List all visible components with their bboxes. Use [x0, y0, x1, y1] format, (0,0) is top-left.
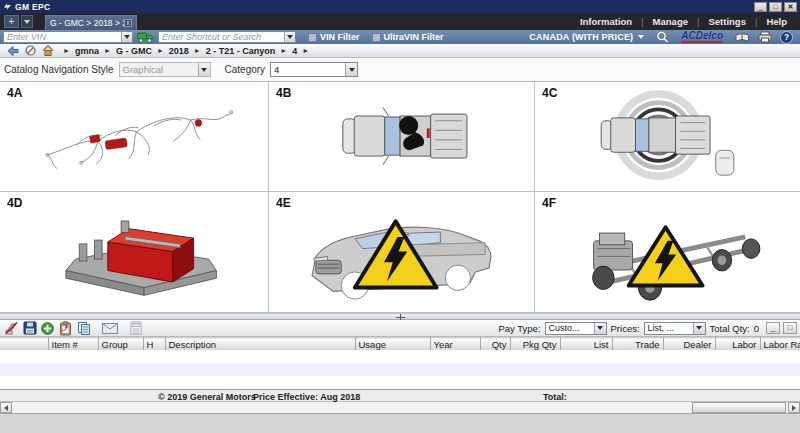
category-cell-4F[interactable]: 4F	[535, 192, 800, 313]
col-item[interactable]: Item #	[48, 338, 98, 351]
pay-type-select[interactable]: Custo...	[545, 322, 607, 335]
chevron-down-icon	[594, 323, 606, 334]
panel-minimize-button[interactable]: _	[766, 322, 780, 334]
tab-list-dropdown-button[interactable]	[21, 15, 33, 28]
breadcrumb-item-year[interactable]: 2018	[166, 46, 192, 56]
category-select[interactable]: 4	[270, 62, 358, 77]
vin-dropdown-button[interactable]	[121, 32, 132, 42]
vin-filter-checkbox[interactable]: VIN Filter	[308, 32, 360, 42]
scrollbar-thumb[interactable]	[692, 402, 786, 413]
breadcrumb-item-model[interactable]: 2 - T21 - Canyon	[203, 46, 279, 56]
breadcrumb-item-make[interactable]: G - GMC	[113, 46, 155, 56]
col-trade[interactable]: Trade	[612, 338, 663, 351]
save-icon	[23, 321, 37, 335]
col-group[interactable]: Group	[98, 338, 143, 351]
scroll-left-button[interactable]	[0, 402, 12, 413]
active-tab-label: G - GMC > 2018 > 2...	[50, 18, 124, 28]
tab-close-icon[interactable]: x	[124, 19, 132, 27]
vin-input[interactable]	[4, 32, 121, 42]
pay-type-value: Custo...	[546, 323, 594, 334]
category-cell-label: 4C	[542, 86, 557, 100]
window-title: GM EPC	[15, 2, 752, 12]
save-button[interactable]	[21, 321, 38, 336]
back-arrow-icon	[7, 46, 19, 56]
print-icon	[758, 31, 772, 43]
report-icon	[130, 321, 142, 335]
col-labor-rate[interactable]: Labor Rate	[760, 338, 800, 351]
chevron-down-icon	[24, 20, 30, 24]
history-button[interactable]	[25, 45, 36, 56]
window-maximize-button[interactable]: □	[769, 2, 782, 12]
category-cell-4D[interactable]: 4D	[0, 192, 269, 313]
gm-epc-window: GM EPC _ □ ✕ + G - GMC > 2018 > 2... x I…	[0, 0, 800, 433]
category-cell-4A[interactable]: 4A	[0, 82, 269, 192]
status-strip	[0, 414, 800, 433]
vin-decode-button[interactable]	[136, 31, 154, 44]
report-button[interactable]	[127, 321, 144, 336]
shortcut-search-input[interactable]	[159, 32, 284, 42]
clear-parts-list-button[interactable]	[3, 321, 20, 336]
menu-information[interactable]: Information	[571, 16, 641, 27]
menu-manage[interactable]: Manage	[644, 16, 697, 27]
panel-splitter[interactable]	[0, 313, 800, 320]
back-button[interactable]	[7, 46, 19, 56]
parts-table-body[interactable]	[0, 350, 800, 389]
pay-type-label: Pay Type:	[498, 323, 540, 334]
email-button[interactable]	[101, 321, 118, 336]
search-button[interactable]	[656, 31, 669, 44]
col-qty[interactable]: Qty	[480, 338, 510, 351]
battery-and-tray-image	[0, 192, 268, 312]
copy-button[interactable]	[75, 321, 92, 336]
breadcrumb-separator: ►	[61, 47, 72, 54]
category-cell-4C[interactable]: 4C	[535, 82, 800, 192]
col-usage[interactable]: Usage	[355, 338, 430, 351]
menu-help[interactable]: Help	[757, 16, 796, 27]
col-labor[interactable]: Labor	[715, 338, 760, 351]
category-cell-4B[interactable]: 4B	[269, 82, 535, 192]
breadcrumb-separator: ►	[102, 47, 113, 54]
panel-maximize-button[interactable]: □	[783, 322, 797, 334]
region-select[interactable]: CANADA (WITH PRICE)	[529, 32, 633, 42]
total-qty-value: 0	[754, 323, 759, 334]
app-logo-icon	[3, 2, 12, 11]
home-button[interactable]	[42, 45, 54, 56]
new-tab-button[interactable]: +	[4, 15, 19, 28]
breadcrumb-item-category[interactable]: 4	[289, 46, 300, 56]
prices-select[interactable]: List, ...	[644, 322, 706, 335]
catalog-style-select[interactable]: Graphical	[119, 62, 211, 77]
col-select[interactable]	[0, 338, 48, 351]
breadcrumb-item-gmna[interactable]: gmna	[72, 46, 102, 56]
category-label: Category	[225, 64, 266, 75]
search-dropdown-button[interactable]	[284, 32, 295, 42]
col-h[interactable]: H	[143, 338, 165, 351]
tab-bar: + G - GMC > 2018 > 2... x Information | …	[0, 13, 800, 30]
col-pkg-qty[interactable]: Pkg Qty	[510, 338, 560, 351]
window-minimize-button[interactable]: _	[754, 2, 767, 12]
help-button[interactable]: ?	[780, 31, 793, 44]
catalog-button[interactable]	[735, 32, 750, 43]
ultravin-filter-checkbox[interactable]: UltraVIN Filter	[372, 32, 444, 42]
col-list[interactable]: List	[560, 338, 612, 351]
chevron-down-icon[interactable]	[638, 35, 644, 39]
category-cell-4E[interactable]: 4E	[269, 192, 535, 313]
chassis-high-voltage-image	[535, 192, 800, 312]
add-item-button[interactable]	[39, 321, 56, 336]
wiring-harness-image	[0, 82, 268, 191]
print-button[interactable]	[758, 31, 772, 43]
chevron-down-icon	[198, 63, 210, 76]
price-effective-text: Price Effective: Aug 2018	[253, 392, 360, 402]
scroll-right-button[interactable]	[788, 402, 800, 413]
window-close-button[interactable]: ✕	[784, 2, 797, 12]
col-description[interactable]: Description	[165, 338, 355, 351]
catalog-style-value: Graphical	[120, 63, 198, 76]
catalog-nav-row: Catalog Navigation Style Graphical Categ…	[0, 58, 800, 82]
active-tab[interactable]: G - GMC > 2018 > 2... x	[45, 15, 137, 30]
acdelco-logo[interactable]: ACDelco	[681, 31, 723, 43]
parts-table: Item # Group H Description Usage Year Qt…	[0, 337, 800, 351]
menu-settings[interactable]: Settings	[699, 16, 754, 27]
col-year[interactable]: Year	[430, 338, 480, 351]
checkbox-icon	[308, 33, 317, 42]
paste-export-button[interactable]	[57, 321, 74, 336]
col-dealer[interactable]: Dealer	[663, 338, 715, 351]
horizontal-scrollbar[interactable]	[0, 402, 800, 414]
